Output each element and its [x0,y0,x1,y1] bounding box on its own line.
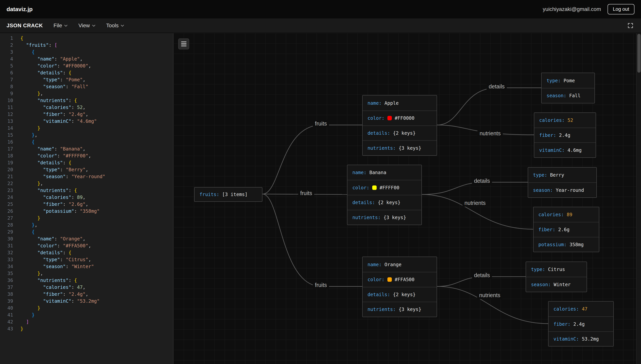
code-line: { [20,228,105,236]
edge-banana-banana-details [422,182,528,194]
node-key: calories: [539,118,564,123]
node-apple-nutrients[interactable]: calories:52fiber:2.4gvitaminC:4.6mg [534,112,596,158]
code-line: } [20,125,105,132]
chevron-down-icon [64,24,68,27]
chevron-down-icon [92,24,96,27]
code-line: "color": "#FFA500", [20,242,105,249]
line-number: 37 [0,284,13,291]
node-root[interactable]: fruits:[3 items] [194,187,262,202]
menu-file[interactable]: File [54,22,68,29]
code-line: { [20,48,105,56]
code-line: { [20,35,105,42]
node-row-nutrients: nutrients:{3 keys} [363,302,437,317]
node-row-season: season:Winter [526,277,586,292]
json-editor[interactable]: 1234567891011121314151617181920212223242… [0,33,173,364]
line-number: 19 [0,159,13,166]
menu-tools[interactable]: Tools [106,22,124,29]
node-key: fiber: [553,321,570,327]
node-row-season: season:Year-round [528,182,596,197]
node-apple-details[interactable]: type:Pomeseason:Fall [541,73,595,103]
fullscreen-button[interactable] [626,22,635,30]
menu-label: File [54,22,62,29]
line-number: 33 [0,256,13,263]
line-number: 38 [0,291,13,298]
line-number: 35 [0,270,13,277]
code-line: }, [20,222,105,228]
menu-list: FileViewTools [54,22,124,29]
vertical-scrollbar[interactable] [636,33,641,364]
line-number: 8 [0,83,13,90]
code-line: "type": "Pome", [20,76,105,83]
logout-button[interactable]: Log out [607,4,634,14]
chevron-down-icon [121,24,124,27]
topbar-right: yuichiyazaki@gmail.com Log out [543,4,634,14]
line-number: 21 [0,173,13,180]
line-number: 2 [0,42,13,48]
scrollbar-thumb[interactable] [637,34,640,73]
node-row-name: name:Banana [347,165,421,180]
menu-label: View [79,22,90,29]
node-orange-details[interactable]: type:Citrusseason:Winter [526,262,587,292]
node-value: {3 keys} [399,145,421,151]
node-value: {2 keys} [378,200,400,205]
node-key: calories: [553,306,579,312]
node-value: #FF0000 [395,115,414,121]
menubar: JSON CRACK FileViewTools [0,18,641,33]
node-key: vitaminC: [553,336,579,342]
site-brand: dataviz.jp [7,6,33,12]
color-swatch [387,116,392,120]
node-key: season: [533,188,553,193]
node-banana[interactable]: name:Bananacolor:#FFFF00details:{2 keys}… [347,165,422,225]
line-number: 43 [0,325,13,332]
line-number: 14 [0,125,13,132]
graph-menu-button[interactable] [178,38,189,50]
line-number: 12 [0,111,13,118]
code-line: "color": "#FF0000", [20,62,105,70]
line-number: 10 [0,97,13,104]
code-line: "fruits": [ [20,42,105,48]
app-window: dataviz.jp yuichiyazaki@gmail.com Log ou… [0,0,641,364]
line-number: 40 [0,304,13,312]
node-value: 47 [582,306,587,312]
node-key: fruits: [199,192,219,197]
code-line: "season": "Winter" [20,263,105,270]
line-number: 11 [0,104,13,111]
code-line: "calories": 47, [20,284,105,291]
node-banana-details[interactable]: type:Berryseason:Year-round [528,167,597,198]
code-line: "name": "Apple", [20,56,105,62]
node-orange-nutrients[interactable]: calories:47fiber:2.4gvitaminC:53.2mg [548,301,613,346]
line-number: 6 [0,70,13,76]
edge-apple-apple-nutrients [437,125,534,135]
line-number: 41 [0,312,13,318]
menu-view[interactable]: View [79,22,96,29]
code-line: } [20,325,105,332]
node-banana-nutrients[interactable]: calories:89fiber:2.6gpotassium:358mg [533,207,599,252]
line-number: 1 [0,35,13,42]
node-key: type: [533,172,547,178]
node-key: nutrients: [367,145,396,151]
node-value: 53.2mg [582,336,599,342]
line-number: 13 [0,118,13,125]
line-number: 22 [0,180,13,187]
node-value: {3 keys} [384,215,406,220]
graph-canvas[interactable]: fruits:[3 items]name:Applecolor:#FF0000d… [173,33,636,364]
line-number: 42 [0,318,13,325]
code-line: "potassium": "358mg" [20,208,105,215]
node-apple[interactable]: name:Applecolor:#FF0000details:{2 keys}n… [362,95,437,156]
editor-code[interactable]: { "fruits": [ { "name": "Apple", "color"… [16,35,105,364]
node-value: 2.6g [558,227,569,232]
app-logo: JSON CRACK [7,22,43,29]
node-key: nutrients: [367,306,396,312]
menu-label: Tools [106,22,119,29]
code-line: "details": { [20,70,105,76]
code-line: "vitaminC": "4.6mg" [20,118,105,125]
node-key: season: [531,282,551,287]
code-line: "name": "Banana", [20,146,105,152]
node-value: Winter [554,282,571,287]
code-line: }, [20,270,105,277]
node-key: name: [352,170,367,175]
node-row-nutrients: nutrients:{3 keys} [347,210,421,225]
node-orange[interactable]: name:Orangecolor:#FFA500details:{2 keys}… [362,256,437,317]
line-number: 27 [0,215,13,222]
color-swatch [387,277,392,282]
